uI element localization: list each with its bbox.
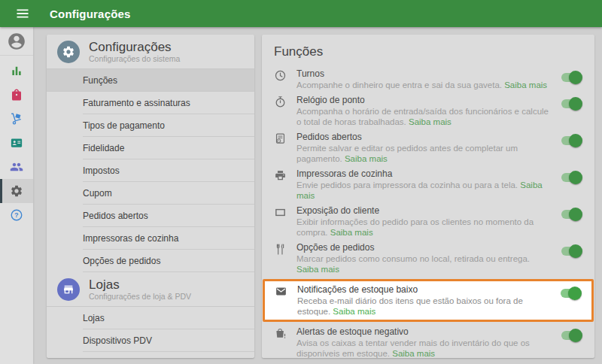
feature-description: Receba e-mail diário dos itens que estão… [297, 296, 523, 316]
utensils-icon [274, 243, 287, 259]
icon-rail: ? [0, 27, 33, 364]
sidebar-item-tipos-pagamento[interactable]: Tipos de pagamento [47, 114, 254, 137]
rail-item-inventory[interactable] [0, 107, 33, 131]
bar-chart-icon [10, 64, 23, 77]
rail-item-account[interactable] [0, 27, 33, 56]
hand-truck-icon [10, 112, 23, 126]
alertas-estoque-toggle[interactable] [560, 329, 582, 342]
sidebar-item-cupom[interactable]: Cupom [47, 182, 254, 205]
notificacoes-estoque-toggle[interactable] [559, 287, 582, 300]
saiba-mais-link[interactable]: Saiba mais [296, 265, 339, 274]
account-icon [7, 32, 26, 51]
contact-card-icon [10, 136, 23, 150]
feature-row-pedidos-abertos: Pedidos abertos Permite salvar e editar … [262, 129, 594, 166]
settings-sidebar: Configurações Configurações do sistema F… [47, 35, 254, 358]
feature-title: Turnos [296, 68, 549, 80]
printer-icon [274, 169, 287, 185]
sidebar-section-configuracoes: Configurações Configurações do sistema [47, 35, 254, 69]
sidebar-item-impostos[interactable]: Impostos [47, 159, 254, 182]
feature-row-turnos: Turnos Acompanhe o dinheiro que entra e … [262, 66, 594, 93]
feature-title: Relógio de ponto [296, 95, 549, 106]
feature-description: Marcar pedidos como consumo no local, re… [296, 254, 530, 263]
sidebar-item-fidelidade[interactable]: Fidelidade [47, 137, 254, 159]
open-orders-icon [274, 132, 287, 148]
rail-item-reports[interactable] [0, 59, 33, 83]
menu-icon[interactable] [15, 6, 30, 21]
feature-title: Alertas de estoque negativo [296, 326, 549, 338]
rail-item-customers[interactable] [0, 155, 33, 179]
stopwatch-icon [274, 96, 287, 111]
mail-icon [275, 285, 288, 301]
sidebar-item-impressoras[interactable]: Impressoras de cozinha [47, 227, 254, 250]
basket-alert-icon [274, 327, 287, 343]
sidebar-item-faturamento[interactable]: Faturamento e assinaturas [47, 92, 254, 114]
feature-row-impressoras: Impressoras de cozinha Envie pedidos par… [262, 166, 594, 203]
saiba-mais-link[interactable]: Saiba mais [409, 117, 451, 126]
store-icon [57, 278, 80, 301]
section-title: Configurações [89, 40, 180, 54]
sidebar-item-dispositivos-pdv[interactable]: Dispositivos PDV [47, 329, 254, 352]
sidebar-item-pedidos-abertos[interactable]: Pedidos abertos [47, 205, 254, 227]
people-icon [10, 160, 23, 174]
rail-item-employees[interactable] [0, 131, 33, 155]
feature-description: Permite salvar e editar os pedidos antes… [296, 144, 518, 163]
feature-row-codigos-barras: kg Códigos de barras incorporados Permit… [262, 361, 594, 364]
rail-item-help[interactable]: ? [0, 203, 33, 227]
saiba-mais-link[interactable]: Saiba mais [504, 80, 547, 89]
sidebar-item-lojas[interactable]: Lojas [47, 307, 254, 329]
topbar: Configurações [0, 0, 602, 27]
feature-description: Acompanhe o dinheiro que entra e sai da … [296, 80, 502, 89]
feature-description: Envie pedidos para impressora da cozinha… [296, 180, 518, 190]
exposicao-cliente-toggle[interactable] [560, 208, 582, 221]
feature-title: Exposição do cliente [296, 205, 549, 217]
impressoras-toggle[interactable] [560, 171, 582, 184]
saiba-mais-link[interactable]: Saiba mais [333, 307, 375, 316]
page-title: Configurações [50, 8, 131, 20]
svg-text:?: ? [14, 211, 18, 219]
saiba-mais-link[interactable]: Saiba mais [345, 154, 388, 163]
opcoes-pedidos-toggle[interactable] [560, 244, 582, 258]
feature-row-relogio-ponto: Relógio de ponto Acompanha o horário de … [262, 93, 594, 129]
turnos-toggle[interactable] [560, 71, 582, 84]
rail-item-items[interactable] [0, 83, 33, 107]
display-icon [274, 206, 287, 222]
feature-title: Opções de pedidos [296, 242, 549, 253]
feature-row-notificacoes-estoque: Notificações de estoque baixo Receba e-m… [263, 279, 594, 322]
clock-icon [274, 69, 287, 85]
section-subtitle: Configurações do sistema [89, 54, 180, 63]
section-subtitle: Configurações de loja & PDV [89, 292, 191, 301]
saiba-mais-link[interactable]: Saiba mais [330, 228, 373, 237]
rail-item-settings[interactable] [0, 179, 33, 203]
section-title: Lojas [89, 278, 191, 292]
feature-row-alertas-estoque: Alertas de estoque negativo Avisa os cai… [262, 324, 594, 361]
gear-icon [10, 184, 23, 198]
gear-icon [57, 41, 80, 63]
feature-row-exposicao-cliente: Exposição do cliente Exibir informações … [262, 203, 594, 240]
functions-panel: Funções Turnos Acompanhe o dinheiro que … [262, 35, 594, 358]
pedidos-abertos-toggle[interactable] [560, 134, 582, 147]
help-icon: ? [10, 208, 23, 222]
saiba-mais-link[interactable]: Saiba mais [392, 349, 435, 358]
feature-row-opcoes-pedidos: Opções de pedidos Marcar pedidos como co… [262, 240, 594, 277]
relogio-ponto-toggle[interactable] [560, 97, 582, 111]
feature-title: Pedidos abertos [296, 132, 549, 143]
sidebar-item-funcoes[interactable]: Funções [47, 69, 254, 92]
panel-title: Funções [262, 35, 594, 66]
feature-title: Notificações de estoque baixo [297, 284, 549, 296]
basket-icon [10, 88, 23, 102]
sidebar-item-opcoes-pedidos[interactable]: Opções de pedidos [47, 250, 254, 272]
feature-title: Impressoras de cozinha [296, 168, 549, 180]
sidebar-section-lojas: Lojas Configurações de loja & PDV [47, 272, 254, 307]
